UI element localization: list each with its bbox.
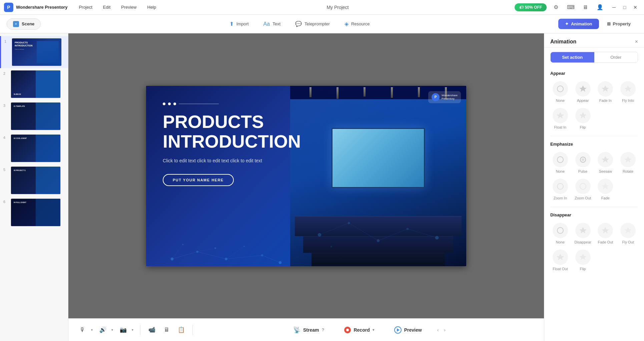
svg-marker-40	[579, 227, 587, 233]
tab-property[interactable]: ⊞ Property	[600, 19, 637, 29]
speaker-button[interactable]: 🔊	[97, 324, 109, 336]
record-dropdown-arrow[interactable]: ▾	[373, 328, 374, 332]
emphasize-zoomin[interactable]: Zoom In	[550, 177, 570, 201]
disappear-flip-icon	[575, 249, 591, 265]
video-btn-2[interactable]: 🖥	[160, 324, 172, 336]
slide-header-dots	[163, 103, 450, 105]
anim-divider-1	[550, 136, 638, 136]
close-button[interactable]: ✕	[631, 3, 640, 12]
disappear-flyout[interactable]: Fly Out	[618, 221, 638, 245]
emphasize-zoomout-icon	[575, 179, 591, 194]
emphasize-zoomout[interactable]: Zoom Out	[573, 177, 593, 201]
record-label: Record	[354, 327, 370, 333]
svg-marker-42	[624, 227, 632, 233]
tab-import[interactable]: ⬆ Import	[223, 18, 255, 30]
emphasize-rotate[interactable]: Rotate	[618, 151, 638, 175]
screen-icon-btn[interactable]: 🖥	[580, 2, 591, 13]
emphasize-none[interactable]: None	[550, 151, 570, 175]
svg-point-33	[582, 158, 584, 161]
disappear-flyout-icon	[620, 223, 636, 238]
appear-fadein[interactable]: Fade In	[596, 80, 616, 104]
slide-item-6[interactable]: 6 04 FULL EVENT	[0, 196, 68, 228]
tab-animation[interactable]: ✦ Animation	[558, 19, 599, 29]
stream-button[interactable]: 📡 Stream ?	[286, 324, 331, 336]
disappear-fadeout[interactable]: Fade Out	[596, 221, 616, 245]
emphasize-none-label: None	[556, 169, 565, 173]
slide-logo-text: Wondershare Presentory	[442, 94, 458, 100]
record-button[interactable]: Record ▾	[338, 324, 381, 336]
preview-button[interactable]: Preview	[388, 324, 429, 336]
tab-set-action[interactable]: Set action	[551, 52, 594, 62]
mic-button[interactable]: 🎙	[76, 324, 88, 336]
emphasize-title: Emphasize	[550, 142, 638, 147]
camera-dropdown-arrow[interactable]: ▾	[130, 327, 135, 333]
svg-line-19	[197, 251, 226, 259]
svg-point-17	[243, 245, 245, 247]
right-panel-tabs: ✦ Animation ⊞ Property	[558, 19, 637, 29]
promo-button[interactable]: 🏷 50% OFF	[515, 3, 547, 11]
video-btn-3[interactable]: 📋	[175, 324, 187, 336]
navigation-arrows: ‹ ›	[435, 326, 448, 334]
disappear-flip[interactable]: Flip	[573, 248, 593, 272]
stream-help-icon[interactable]: ?	[322, 327, 325, 332]
slide-num-5: 5	[3, 168, 8, 172]
svg-line-21	[262, 255, 280, 263]
slide-canvas[interactable]: PRODUCTS INTRODUCTION Click to edit text…	[146, 86, 466, 266]
tab-text[interactable]: Aa Text	[257, 18, 287, 30]
appear-appear[interactable]: Appear	[573, 80, 593, 104]
disappear-flip-label: Flip	[580, 267, 586, 271]
video-btn-1[interactable]: 📹	[146, 324, 158, 336]
slide-item-4[interactable]: 4 02 COOL EVENT	[0, 132, 68, 164]
canvas-wrapper[interactable]: PRODUCTS INTRODUCTION Click to edit text…	[68, 33, 544, 318]
slide-item-3[interactable]: 3 01 TEMPLATE	[0, 100, 68, 132]
disappear-disappear[interactable]: Disappear	[573, 221, 593, 245]
keyboard-icon-btn[interactable]: ⌨	[565, 2, 576, 13]
main-content: 1 PRODUCTSINTRODUCTION Click to edit tex…	[0, 33, 644, 341]
dot-3	[173, 103, 176, 105]
disappear-none[interactable]: None	[550, 221, 570, 245]
panel-close-button[interactable]: ×	[635, 39, 638, 45]
settings-icon-btn[interactable]: ⚙	[551, 2, 561, 13]
appear-flyinto[interactable]: Fly Into	[618, 80, 638, 104]
appear-flip[interactable]: Flip	[573, 107, 593, 131]
slide-item-1[interactable]: 1 PRODUCTSINTRODUCTION Click to edit tex…	[0, 36, 68, 68]
svg-marker-43	[557, 254, 564, 260]
nav-arrow-right[interactable]: ›	[442, 326, 448, 334]
menu-help[interactable]: Help	[143, 3, 161, 11]
disappear-floatout-label: Float Out	[553, 267, 568, 271]
slide-thumb-5: 05 PROJECT S.	[11, 166, 61, 194]
tab-teleprompter[interactable]: 💬 Teleprompter	[288, 18, 337, 30]
appear-none-icon	[553, 81, 568, 97]
minimize-button[interactable]: ─	[609, 3, 619, 12]
svg-marker-34	[602, 156, 609, 163]
emphasize-pulse[interactable]: Pulse	[573, 151, 593, 175]
title-bar: P Wondershare Presentory Project Edit Pr…	[0, 0, 644, 15]
slide-item-2[interactable]: 2 SLIDE 02	[0, 68, 68, 100]
svg-marker-41	[602, 227, 609, 233]
slide-item-5[interactable]: 5 05 PROJECT S.	[0, 164, 68, 196]
maximize-button[interactable]: □	[620, 3, 629, 12]
scene-button[interactable]: ≡ Scene	[7, 18, 41, 30]
account-icon-btn[interactable]: 👤	[595, 2, 605, 13]
mic-dropdown-arrow[interactable]: ▾	[90, 327, 94, 333]
appear-none[interactable]: None	[550, 80, 570, 104]
menu-project[interactable]: Project	[74, 3, 97, 11]
emphasize-fade[interactable]: Fade	[596, 177, 616, 201]
appear-floatin[interactable]: Float In	[550, 107, 570, 131]
record-dot-icon	[344, 327, 351, 333]
nav-arrow-left[interactable]: ‹	[435, 326, 441, 334]
animation-panel: Animation × Set action Order Appear None	[544, 33, 644, 341]
emphasize-fade-icon	[598, 179, 613, 194]
emphasize-pulse-label: Pulse	[578, 169, 588, 173]
menu-preview[interactable]: Preview	[116, 3, 141, 11]
emphasize-zoomin-icon	[553, 179, 568, 194]
tab-order[interactable]: Order	[594, 52, 638, 62]
tab-resource[interactable]: ◈ Resource	[338, 18, 377, 30]
disappear-floatout[interactable]: Float Out	[550, 248, 570, 272]
project-title: My Project	[167, 5, 508, 10]
camera-button[interactable]: 📷	[117, 324, 129, 336]
slide-title[interactable]: PRODUCTS INTRODUCTION	[163, 112, 289, 152]
menu-edit[interactable]: Edit	[98, 3, 115, 11]
emphasize-seesaw[interactable]: Seesaw	[596, 151, 616, 175]
speaker-dropdown-arrow[interactable]: ▾	[110, 327, 114, 333]
